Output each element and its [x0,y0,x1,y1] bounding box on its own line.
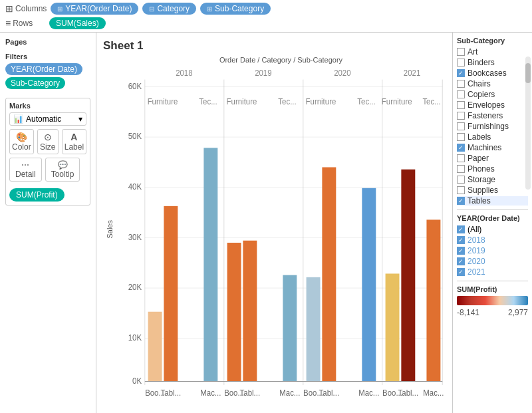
label-label: Label [65,142,84,152]
subcat-legend-list: ArtBinders✓BookcasesChairsCopiersEnvelop… [457,47,528,206]
bar-2019-fur-tabl [243,241,257,382]
svg-text:60K: 60K [128,81,142,91]
year-pill[interactable]: ⊞ YEAR(Order Date) [51,3,138,15]
legend-checkbox[interactable] [457,112,465,120]
subcat-legend-item[interactable]: Binders [457,58,528,67]
legend-item-label: Chairs [467,79,491,88]
year-checkbox[interactable]: ✓ [457,268,465,276]
sum-profit-label: SUM(Profit) [16,190,58,200]
subcat-legend-item[interactable]: ✓Tables [457,196,528,206]
subcat-legend-item[interactable]: Paper [457,154,528,163]
color-button[interactable]: 🎨 Color [9,129,34,154]
bar-2018-fur-boo [148,312,162,382]
legend-checkbox[interactable] [457,122,465,130]
subcat-legend-item[interactable]: ✓Machines [457,143,528,152]
gradient-bar [457,296,528,305]
year-pill-icon: ⊞ [57,5,63,13]
year-label: 2021 [467,267,485,277]
size-button[interactable]: ⊙ Size [37,129,59,154]
year-filter-pill[interactable]: YEAR(Order Date) [5,63,82,75]
year-checkbox[interactable]: ✓ [457,225,465,233]
year-legend-item[interactable]: ✓2021 [457,267,528,277]
sum-sales-label: SUM(Sales) [56,19,99,28]
legend-checkbox[interactable] [457,133,465,141]
detail-button[interactable]: ⋯ Detail [9,158,42,182]
gradient-labels: -8,141 2,977 [457,308,528,317]
subcat-legend-item[interactable]: Fasteners [457,111,528,120]
legend-checkbox[interactable] [457,154,465,162]
svg-text:40K: 40K [128,182,142,192]
subcat-legend-item[interactable]: Copiers [457,90,528,99]
svg-text:Tabl...: Tabl... [240,388,260,398]
svg-text:2020: 2020 [334,69,351,78]
y-axis-label: Sales [106,220,114,239]
legend-checkbox[interactable] [457,80,465,88]
year-legend-item[interactable]: ✓2020 [457,257,528,266]
legend-checkbox[interactable] [457,101,465,109]
svg-text:Furniture: Furniture [227,97,257,107]
columns-row: ⊞ Columns ⊞ YEAR(Order Date) ⊟ Category … [5,3,527,15]
year-checkbox[interactable]: ✓ [457,257,465,265]
sum-sales-pill[interactable]: SUM(Sales) [49,17,106,29]
category-pill-icon: ⊟ [149,5,154,13]
bar-chart-icon: 📊 [13,114,23,124]
svg-text:2018: 2018 [176,69,193,78]
legend-checkbox[interactable]: ✓ [457,197,465,205]
year-label: 2020 [467,257,485,266]
svg-text:20K: 20K [128,283,142,293]
rows-label: ≡ Rows [5,18,45,29]
svg-text:Tec...: Tec... [357,97,375,107]
legend-checkbox[interactable] [457,48,465,56]
left-panel: Pages Filters YEAR(Order Date) Sub-Categ… [0,33,96,413]
subcategory-pill[interactable]: ⊞ Sub-Category [200,3,271,15]
subcat-legend-item[interactable]: Chairs [457,79,528,88]
subcat-filter-pill[interactable]: Sub-Category [5,77,65,89]
subcat-legend-item[interactable]: Phones [457,164,528,174]
svg-text:Tabl...: Tabl... [398,388,418,398]
subcat-filter-label: Sub-Category [11,78,60,88]
subcat-legend-item[interactable]: Furnishings [457,122,528,131]
subcat-legend-item[interactable]: Supplies [457,186,528,195]
sum-profit-button[interactable]: SUM(Profit) [9,188,65,202]
legend-checkbox[interactable] [457,165,465,173]
gradient-min: -8,141 [457,308,479,317]
subcat-legend-item[interactable]: Envelopes [457,100,528,110]
filters-title: Filters [5,53,90,61]
size-icon: ⊙ [44,132,52,142]
subcat-legend-item[interactable]: Labels [457,132,528,142]
legend-item-label: Supplies [467,186,498,195]
year-label: 2019 [467,246,485,255]
label-button[interactable]: A Label [62,129,86,154]
marks-buttons: 🎨 Color ⊙ Size A Label [9,129,86,154]
legend-checkbox[interactable]: ✓ [457,144,465,152]
columns-icon: ⊞ [5,3,13,14]
pages-label: Pages [5,38,90,46]
year-legend-item[interactable]: ✓(All) [457,225,528,234]
year-checkbox[interactable]: ✓ [457,247,465,255]
svg-text:50K: 50K [128,132,142,142]
year-legend-item[interactable]: ✓2019 [457,246,528,255]
subcategory-pill-label: Sub-Category [215,4,264,13]
legend-checkbox[interactable] [457,59,465,67]
legend-checkbox[interactable] [457,176,465,184]
year-checkbox[interactable]: ✓ [457,236,465,244]
legend-checkbox[interactable] [457,186,465,194]
year-filter-label: YEAR(Order Date) [11,65,77,74]
year-legend-item[interactable]: ✓2018 [457,235,528,245]
legend-checkbox[interactable] [457,90,465,98]
legend-checkbox[interactable]: ✓ [457,69,465,77]
gradient-legend-title: SUM(Profit) [457,285,528,293]
tooltip-button[interactable]: 💬 Tooltip [45,158,80,182]
subcat-legend-item[interactable]: Storage [457,175,528,184]
subcat-legend-item[interactable]: ✓Bookcases [457,69,528,78]
svg-text:Furniture: Furniture [148,97,178,107]
top-bar: ⊞ Columns ⊞ YEAR(Order Date) ⊟ Category … [0,0,532,33]
rows-icon: ≡ [5,18,11,29]
svg-text:2019: 2019 [255,69,272,78]
subcat-legend-title: Sub-Category [457,37,528,45]
category-pill[interactable]: ⊟ Category [142,3,196,15]
marks-dropdown[interactable]: 📊 Automatic ▾ [9,112,86,126]
svg-text:Mac...: Mac... [279,388,300,398]
subcat-legend-item[interactable]: Art [457,47,528,57]
legend-item-label: Machines [467,143,501,152]
